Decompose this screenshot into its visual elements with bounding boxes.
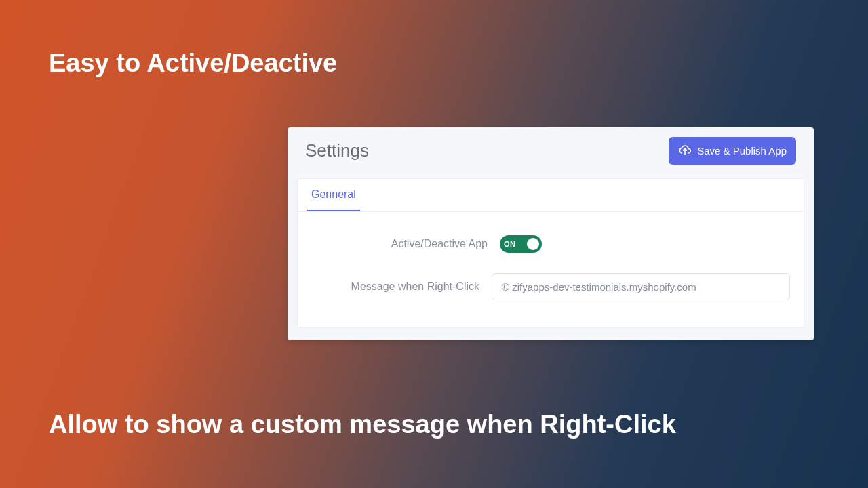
settings-title: Settings (305, 140, 369, 161)
active-toggle-control: ON (500, 235, 790, 253)
save-publish-label: Save & Publish App (697, 145, 787, 157)
panel-header: Settings Save & Publish App (288, 127, 814, 170)
cloud-upload-icon (678, 143, 692, 159)
row-message: Message when Right-Click (311, 273, 790, 300)
headline-bottom: Allow to show a custom message when Righ… (49, 410, 676, 439)
headline-top: Easy to Active/Deactive (49, 49, 337, 78)
message-control (492, 273, 790, 300)
active-toggle[interactable]: ON (500, 235, 542, 253)
settings-card: Genneral Active/Deactive App ON Message … (297, 178, 804, 328)
settings-panel: Settings Save & Publish App Genneral Act… (288, 127, 814, 340)
message-label: Message when Right-Click (311, 281, 492, 293)
message-input[interactable] (492, 273, 790, 300)
card-body: Active/Deactive App ON Message when Righ… (298, 212, 804, 327)
save-publish-button[interactable]: Save & Publish App (669, 137, 796, 165)
active-toggle-label: Active/Deactive App (311, 238, 500, 250)
row-active-toggle: Active/Deactive App ON (311, 235, 790, 253)
tab-row: Genneral (298, 179, 804, 212)
toggle-on-text: ON (504, 240, 516, 248)
toggle-knob (527, 238, 539, 250)
tab-general[interactable]: Genneral (307, 179, 360, 211)
